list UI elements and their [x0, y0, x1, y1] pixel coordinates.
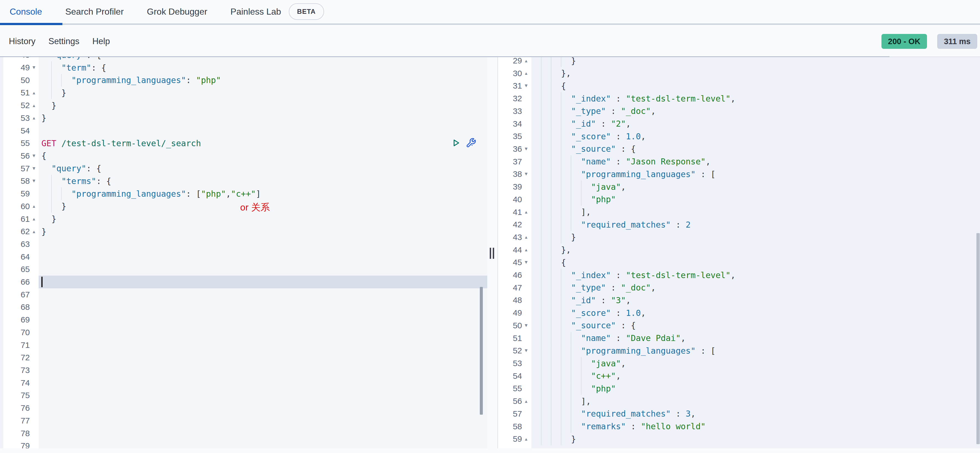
request-code-line[interactable]: 64	[0, 251, 487, 263]
request-code-line[interactable]: 75	[0, 389, 487, 402]
fold-toggle-icon[interactable]: ▲	[30, 103, 38, 108]
response-code-line[interactable]: 44▲ },	[498, 243, 980, 256]
request-code-line[interactable]: 60▲ }or 关系	[0, 200, 487, 213]
response-code-line[interactable]: 50▼ "_source" : {	[498, 319, 980, 332]
request-code-line[interactable]: 62▲}	[0, 225, 487, 238]
request-code-line[interactable]: 74	[0, 377, 487, 389]
response-code-line[interactable]: 40 "php"	[498, 193, 980, 206]
request-code-line[interactable]: 70	[0, 326, 487, 339]
response-code-line[interactable]: 34 "_id" : "2",	[498, 118, 980, 130]
response-code-line[interactable]: 47 "_type" : "_doc",	[498, 281, 980, 294]
request-actions[interactable]	[451, 138, 476, 148]
response-code-line[interactable]: 57 "required_matches" : 3,	[498, 407, 980, 420]
request-code-line[interactable]: 66	[0, 276, 487, 288]
request-code-line[interactable]: 54	[0, 124, 487, 137]
request-code-line[interactable]: 51▲ }	[0, 86, 487, 99]
menu-settings[interactable]: Settings	[48, 37, 79, 46]
request-code-line[interactable]: 57▼ "query": {	[0, 162, 487, 175]
play-icon[interactable]	[451, 138, 461, 148]
response-code-line[interactable]: 38▼ "programming_languages" : [	[498, 168, 980, 180]
response-code-line[interactable]: 46 "_index" : "test-dsl-term-level",	[498, 269, 980, 281]
request-code-line[interactable]: 50 "programming_languages": "php"	[0, 74, 487, 87]
response-code-line[interactable]: 41▲ ],	[498, 206, 980, 218]
request-code-line[interactable]: 53▲}	[0, 112, 487, 124]
fold-toggle-icon[interactable]: ▼	[522, 348, 530, 353]
response-code-line[interactable]: 33 "_type" : "_doc",	[498, 105, 980, 118]
response-code-line[interactable]: 55 "php"	[498, 382, 980, 395]
response-scrollbar-thumb[interactable]	[977, 233, 980, 444]
request-code-line[interactable]: 63	[0, 238, 487, 251]
response-code-line[interactable]: 37 "name" : "Jason Response",	[498, 155, 980, 168]
response-code-line[interactable]: 58 "remarks" : "hello world"	[498, 420, 980, 433]
fold-toggle-icon[interactable]: ▼	[522, 146, 530, 152]
response-code-line[interactable]: 59▲ }	[498, 432, 980, 445]
response-code-line[interactable]: 43▲ }	[498, 231, 980, 243]
response-code-line[interactable]: 45▼ {	[498, 256, 980, 269]
fold-toggle-icon[interactable]: ▼	[30, 166, 38, 171]
menu-history[interactable]: History	[9, 37, 35, 46]
response-code-line[interactable]: 42 "required_matches" : 2	[498, 218, 980, 231]
response-code-line[interactable]: 52▼ "programming_languages" : [	[498, 344, 980, 357]
request-code-line[interactable]: 72	[0, 351, 487, 364]
request-code-line[interactable]: 77	[0, 414, 487, 427]
tab-search-profiler[interactable]: Search Profiler	[65, 6, 124, 17]
tab-grok-debugger[interactable]: Grok Debugger	[147, 6, 207, 17]
fold-toggle-icon[interactable]: ▲	[522, 399, 530, 404]
request-code-line[interactable]: 65	[0, 263, 487, 276]
fold-toggle-icon[interactable]: ▲	[30, 116, 38, 120]
response-code-line[interactable]: 32 "_index" : "test-dsl-term-level",	[498, 92, 980, 105]
fold-toggle-icon[interactable]: ▲	[522, 59, 530, 63]
wrench-icon[interactable]	[466, 138, 476, 148]
menu-help[interactable]: Help	[92, 37, 110, 46]
request-editor[interactable]: 48▼ "query": {49▼ "term": {50 "programmi…	[0, 57, 487, 448]
response-code-line[interactable]: 48 "_id" : "3",	[498, 294, 980, 307]
response-code-line[interactable]: 39 "java",	[498, 180, 980, 193]
tab-console[interactable]: Console	[10, 6, 42, 17]
request-code-line[interactable]: 49▼ "term": {	[0, 61, 487, 74]
response-code-line[interactable]: 56▲ ],	[498, 395, 980, 407]
fold-toggle-icon[interactable]: ▼	[522, 171, 530, 177]
fold-toggle-icon[interactable]: ▲	[522, 437, 530, 442]
request-code-line[interactable]: 56▼{	[0, 149, 487, 162]
request-code-line[interactable]: 76	[0, 402, 487, 414]
request-code-line[interactable]: 59 "programming_languages": ["php","c++"…	[0, 188, 487, 200]
fold-toggle-icon[interactable]: ▼	[522, 323, 530, 328]
request-code-line[interactable]: 48▼ "query": {	[0, 57, 487, 61]
panel-resizer[interactable]	[487, 57, 498, 448]
response-viewer[interactable]: 29▲ }30▲ },31▼ {32 "_index" : "test-dsl-…	[498, 57, 980, 448]
response-code-line[interactable]: 53 "java",	[498, 357, 980, 370]
response-code-line[interactable]: 35 "_score" : 1.0,	[498, 130, 980, 143]
response-code-line[interactable]: 51 "name" : "Dave Pdai",	[498, 332, 980, 345]
tab-painless-lab[interactable]: Painless Lab	[231, 6, 281, 17]
request-code-line[interactable]: 71	[0, 339, 487, 351]
drag-handle-icon[interactable]	[490, 248, 494, 259]
response-code-line[interactable]: 49 "_score" : 1.0,	[498, 307, 980, 319]
fold-toggle-icon[interactable]: ▲	[30, 204, 38, 208]
response-code-line[interactable]: 36▼ "_source" : {	[498, 143, 980, 155]
fold-toggle-icon[interactable]: ▲	[522, 235, 530, 240]
fold-toggle-icon[interactable]: ▼	[30, 65, 38, 70]
fold-toggle-icon[interactable]: ▼	[30, 178, 38, 184]
fold-toggle-icon[interactable]: ▼	[522, 260, 530, 265]
request-code-line[interactable]: 78	[0, 427, 487, 440]
fold-toggle-icon[interactable]: ▲	[30, 216, 38, 221]
response-code-line[interactable]: 31▼ {	[498, 79, 980, 92]
request-scrollbar-thumb[interactable]	[480, 287, 483, 415]
request-code-line[interactable]: 61▲ }	[0, 213, 487, 226]
request-code-line[interactable]: 55GET /test-dsl-term-level/_search	[0, 137, 487, 149]
response-code-line[interactable]: 30▲ },	[498, 67, 980, 80]
request-code-line[interactable]: 52▲ }	[0, 99, 487, 112]
request-code-line[interactable]: 79	[0, 439, 487, 448]
fold-toggle-icon[interactable]: ▲	[30, 91, 38, 95]
fold-toggle-icon[interactable]: ▲	[522, 248, 530, 252]
request-code-line[interactable]: 68	[0, 301, 487, 313]
fold-toggle-icon[interactable]: ▼	[522, 83, 530, 89]
response-code-line[interactable]: 29▲ }	[498, 57, 980, 67]
fold-toggle-icon[interactable]: ▲	[30, 229, 38, 234]
request-code-line[interactable]: 69	[0, 313, 487, 326]
request-code-line[interactable]: 67	[0, 288, 487, 301]
fold-toggle-icon[interactable]: ▲	[522, 210, 530, 215]
response-code-line[interactable]: 54 "c++",	[498, 370, 980, 382]
request-code-line[interactable]: 73	[0, 364, 487, 377]
fold-toggle-icon[interactable]: ▲	[522, 71, 530, 76]
